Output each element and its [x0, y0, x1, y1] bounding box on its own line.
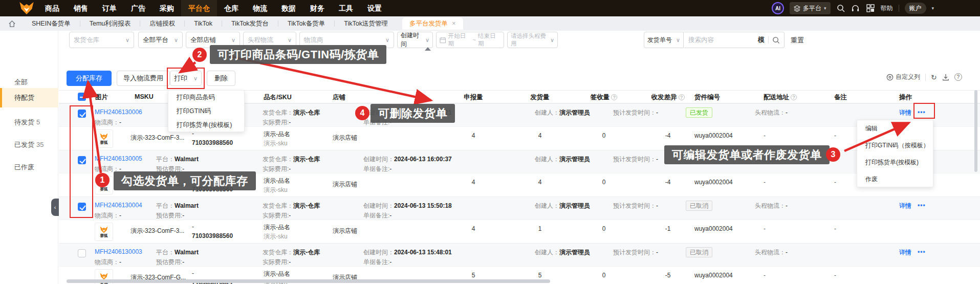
- nav-item-设置[interactable]: 设置: [360, 0, 389, 16]
- brand-fox-logo-icon[interactable]: [18, 2, 35, 15]
- filter-fee-select[interactable]: 请选择头程费用∨: [507, 32, 558, 48]
- filter-collapse-arrow-icon[interactable]: [425, 47, 431, 51]
- platform-switcher[interactable]: 多平台 ▾: [790, 2, 831, 14]
- detail-link[interactable]: 详情: [899, 248, 911, 257]
- account-button[interactable]: 账户: [905, 3, 926, 14]
- vertical-scrollbar[interactable]: [974, 90, 977, 172]
- field-label: 预估费用:: [156, 212, 182, 219]
- print-dropdown-menu: 打印商品条码打印GTIN码打印拣货单(按模板): [168, 90, 245, 132]
- sidebar-item-label: 已作废: [14, 163, 34, 171]
- info-icon[interactable]: ?: [679, 94, 685, 100]
- horizontal-scrollbar[interactable]: [67, 279, 550, 283]
- msku-link[interactable]: MFH2406130003: [95, 248, 142, 255]
- nav-item-工具[interactable]: 工具: [332, 0, 360, 16]
- filter-warehouse-select[interactable]: 发货仓库∨: [69, 32, 134, 48]
- search-input[interactable]: 搜索内容 模: [684, 32, 785, 48]
- chevron-down-icon: ∨: [385, 37, 389, 43]
- order-checkbox[interactable]: [78, 203, 86, 211]
- search-icon[interactable]: [836, 4, 845, 13]
- field: 预计发货时间：-: [613, 202, 658, 210]
- field-value: -: [289, 165, 291, 172]
- product-image[interactable]: 赛狐: [95, 223, 113, 241]
- ai-assistant-icon[interactable]: AI: [772, 2, 784, 14]
- field-value: Walmart: [175, 202, 199, 209]
- row-menu-item-打印拣货单(按模板)[interactable]: 打印拣货单(按模板): [857, 154, 933, 171]
- row-menu-item-打印GTIN码（按模板）[interactable]: 打印GTIN码（按模板）: [857, 137, 933, 154]
- customize-columns-button[interactable]: 自定义列: [886, 73, 920, 81]
- tab-TikTok发货台[interactable]: TikTok发货台: [222, 16, 278, 31]
- tab-SHEIN备货单[interactable]: SHEIN备货单: [23, 16, 80, 31]
- nav-item-数据[interactable]: 数据: [274, 0, 303, 16]
- nav-item-采购[interactable]: 采购: [153, 0, 181, 16]
- allocate-stock-button[interactable]: 分配库存: [67, 71, 112, 86]
- print-menu-item-打印GTIN码[interactable]: 打印GTIN码: [168, 104, 244, 118]
- tab-TikTok送货管理[interactable]: TikTok送货管理: [335, 16, 397, 31]
- sidebar-item-待发货[interactable]: 待发货5: [0, 113, 58, 132]
- order-checkbox[interactable]: [78, 249, 86, 257]
- msku-link[interactable]: MFH2406130006: [95, 108, 142, 116]
- field-label: 发货仓库：: [263, 156, 293, 163]
- home-icon[interactable]: [7, 19, 16, 28]
- help-link[interactable]: 帮助: [881, 4, 893, 13]
- select-all-checkbox[interactable]: [78, 93, 86, 101]
- nav-item-商品[interactable]: 商品: [38, 0, 67, 16]
- print-menu-item-打印商品条码[interactable]: 打印商品条码: [168, 91, 244, 104]
- fuzzy-match-toggle[interactable]: 模: [758, 35, 765, 45]
- import-logistics-fee-button[interactable]: 导入物流费用: [117, 71, 170, 86]
- detail-link[interactable]: 详情: [899, 108, 911, 117]
- detail-link[interactable]: 详情: [899, 202, 911, 210]
- tab-TikTok备货单[interactable]: TikTok备货单: [278, 16, 334, 31]
- item-name: 演示-品名: [264, 223, 290, 232]
- tab-TikTok[interactable]: TikTok: [185, 16, 222, 31]
- more-actions-button[interactable]: •••: [918, 202, 926, 209]
- field-label: 预估费用:: [156, 258, 182, 266]
- nav-item-平台仓[interactable]: 平台仓: [181, 0, 217, 16]
- help-circle-icon[interactable]: ?: [954, 73, 962, 81]
- filter-timetype-label: 创建时间: [401, 31, 422, 49]
- product-image[interactable]: 赛狐: [95, 129, 113, 148]
- more-actions-button[interactable]: •••: [918, 108, 926, 116]
- nav-item-财务[interactable]: 财务: [303, 0, 332, 16]
- headset-support-icon[interactable]: [851, 4, 860, 13]
- tab-店铺授权[interactable]: 店铺授权: [140, 16, 184, 31]
- more-actions-button[interactable]: •••: [918, 248, 926, 255]
- info-icon[interactable]: ?: [791, 94, 797, 100]
- tab-close-icon[interactable]: ×: [452, 17, 456, 30]
- account-chevron-down-icon[interactable]: ▾: [932, 6, 934, 11]
- apps-grid-icon[interactable]: [866, 4, 875, 13]
- row-menu-item-作废[interactable]: 作废: [857, 171, 933, 188]
- info-icon[interactable]: ?: [611, 94, 617, 100]
- chevron-down-icon: ∨: [174, 37, 178, 43]
- order-checkbox[interactable]: [78, 110, 86, 118]
- nav-item-订单[interactable]: 订单: [95, 0, 124, 16]
- nav-item-广告[interactable]: 广告: [124, 0, 153, 16]
- nav-item-仓库[interactable]: 仓库: [217, 0, 246, 16]
- item-name: 演示-品名: [264, 270, 290, 278]
- reset-filters-link[interactable]: 重置: [791, 36, 804, 45]
- tab-active-多平台发货单[interactable]: 多平台发货单×: [402, 17, 463, 30]
- msku-link[interactable]: MFH2406130005: [95, 155, 142, 162]
- msku-link[interactable]: MFH2406130004: [95, 202, 142, 209]
- item-sku: 演示-sku: [264, 232, 288, 241]
- export-download-icon[interactable]: [942, 74, 949, 81]
- sidebar-item-已发货[interactable]: 已发货35: [0, 135, 58, 155]
- filter-daterange-input[interactable]: 开始日期 ~ 结束日期: [436, 32, 504, 48]
- delete-button[interactable]: 删除: [207, 71, 235, 86]
- nav-item-销售[interactable]: 销售: [67, 0, 95, 16]
- sidebar-item-待配货[interactable]: 待配货: [0, 88, 58, 107]
- row-menu-item-编辑[interactable]: 编辑: [857, 120, 933, 137]
- nav-item-物流[interactable]: 物流: [246, 0, 274, 16]
- print-menu-item-打印拣货单(按模板)[interactable]: 打印拣货单(按模板): [168, 118, 244, 132]
- filter-timetype-select[interactable]: 创建时间∨: [397, 32, 433, 48]
- sidebar-item-已作废[interactable]: 已作废: [0, 158, 58, 177]
- filter-platform-select[interactable]: 全部平台∨: [138, 32, 183, 48]
- order-checkbox[interactable]: [78, 156, 86, 164]
- field: 创建人：演示管理员: [535, 155, 590, 164]
- field: 头程物流：-: [755, 202, 788, 210]
- refresh-icon[interactable]: ↻: [931, 73, 937, 81]
- filter-orderno-select[interactable]: 发货单号∨: [644, 32, 684, 48]
- print-button[interactable]: 打印∨: [170, 71, 202, 86]
- sidebar-collapse-handle[interactable]: ‹: [51, 199, 59, 216]
- search-submit-icon[interactable]: [772, 36, 780, 44]
- tab-Temu利润报表[interactable]: Temu利润报表: [80, 16, 140, 31]
